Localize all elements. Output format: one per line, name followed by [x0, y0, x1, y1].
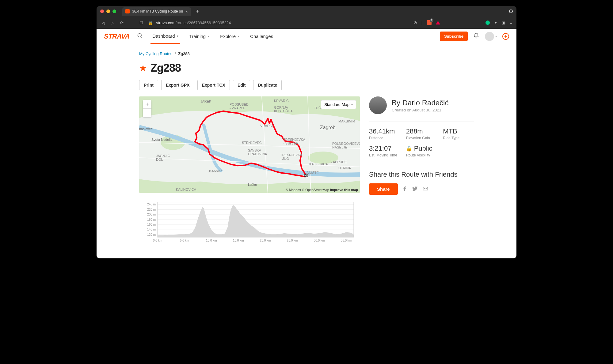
svg-text:naslovec: naslovec: [139, 127, 153, 131]
svg-text:UTRINA: UTRINA: [338, 166, 351, 170]
nav-dashboard[interactable]: Dashboard▾: [150, 29, 180, 44]
svg-rect-12: [306, 175, 306, 176]
breadcrumb: My Cycling Routes / Zg288: [139, 51, 474, 56]
svg-text:KALINOVICA: KALINOVICA: [176, 188, 196, 191]
chevron-down-icon: ▾: [238, 35, 239, 38]
close-tab-icon[interactable]: ×: [185, 9, 188, 14]
edit-button[interactable]: Edit: [233, 80, 250, 90]
account-icon[interactable]: [509, 9, 513, 13]
strava-logo[interactable]: STRAVA: [104, 32, 130, 40]
minimize-window-icon[interactable]: [106, 9, 110, 13]
email-icon[interactable]: [422, 186, 428, 193]
stat-moving-time: 3:21:07 Est. Moving Time: [369, 144, 400, 157]
svg-text:20.0 km: 20.0 km: [260, 239, 271, 242]
url-path: /routes/2867394556159395224: [176, 21, 231, 25]
chevron-down-icon: ▾: [208, 35, 209, 38]
svg-rect-14: [306, 176, 307, 177]
map-attribution: © Mapbox © OpenStreetMap Improve this ma…: [286, 188, 358, 192]
star-icon[interactable]: ★: [139, 63, 147, 73]
window-titlebar: 36.4 km MTB Cycling Route on × +: [97, 6, 516, 17]
svg-text:180 m: 180 m: [147, 218, 156, 221]
creator-name: By Dario Radečić: [392, 99, 448, 107]
svg-text:200 m: 200 m: [147, 213, 156, 216]
svg-text:VRAPCE: VRAPCE: [260, 124, 274, 128]
app-icon[interactable]: ▣: [502, 21, 505, 25]
add-button[interactable]: +: [502, 33, 509, 40]
map-type-selector[interactable]: Standard Map ▾: [321, 100, 356, 109]
url-bar: ◁ ▷ ⟳ ☐ 🔒 strava.com/routes/286739455615…: [97, 17, 516, 29]
search-icon[interactable]: [137, 33, 143, 40]
extensions-icon[interactable]: ✦: [494, 21, 497, 25]
svg-text:0.0 km: 0.0 km: [153, 239, 162, 242]
svg-text:10.0 km: 10.0 km: [206, 239, 217, 242]
svg-text:140 m: 140 m: [147, 228, 156, 231]
action-bar: Print Export GPX Export TCX Edit Duplica…: [139, 80, 474, 90]
mapbox-link[interactable]: © Mapbox: [286, 188, 301, 192]
share-row: Share: [369, 183, 474, 195]
svg-line-1: [141, 36, 142, 38]
menu-icon[interactable]: ≡: [510, 21, 512, 25]
svg-text:Ježdovec: Ježdovec: [208, 169, 223, 173]
svg-text:Lučko: Lučko: [248, 183, 257, 186]
reader-icon[interactable]: ⊘: [413, 20, 417, 25]
chevron-down-icon: ▾: [495, 35, 497, 38]
top-nav: STRAVA Dashboard▾ Training▾ Explore▾ Cha…: [97, 29, 516, 44]
nav-challenges[interactable]: Challenges: [248, 29, 275, 44]
svg-point-0: [138, 33, 142, 37]
breadcrumb-parent[interactable]: My Cycling Routes: [139, 51, 172, 56]
creator-avatar[interactable]: [369, 96, 387, 114]
created-date: Created on August 30, 2021: [392, 108, 448, 112]
svg-text:35.0 km: 35.0 km: [341, 239, 352, 242]
svg-text:30.0 km: 30.0 km: [314, 239, 325, 242]
facebook-icon[interactable]: [402, 186, 408, 193]
nav-explore[interactable]: Explore▾: [218, 29, 241, 44]
print-button[interactable]: Print: [139, 80, 158, 90]
svg-text:LANIŠTE: LANIŠTE: [305, 171, 319, 174]
zoom-out-button[interactable]: −: [143, 109, 151, 117]
forward-button: ▷: [110, 21, 115, 25]
lock-icon: 🔒: [148, 21, 153, 25]
shield-icon[interactable]: [427, 20, 432, 25]
osm-link[interactable]: © OpenStreetMap: [302, 188, 329, 192]
maximize-window-icon[interactable]: [112, 9, 116, 13]
back-button[interactable]: ◁: [101, 21, 106, 25]
bookmark-icon[interactable]: ☐: [139, 21, 144, 25]
stats-grid: 36.41km Distance 288m Elevation Gain MTB…: [369, 122, 474, 163]
reload-button[interactable]: ⟳: [119, 21, 124, 25]
svg-text:JAREK: JAREK: [200, 99, 211, 103]
export-gpx-button[interactable]: Export GPX: [161, 80, 194, 90]
share-title: Share this Route with Friends: [369, 171, 474, 178]
close-window-icon[interactable]: [100, 9, 104, 13]
svg-text:ZAPRUĐE: ZAPRUĐE: [331, 160, 347, 164]
svg-text:Zagreb: Zagreb: [320, 125, 336, 130]
share-button[interactable]: Share: [369, 183, 398, 195]
stat-ride-type: MTB Ride Type: [443, 127, 474, 140]
export-tcx-button[interactable]: Export TCX: [197, 80, 230, 90]
svg-text:KAJZERICA: KAJZERICA: [309, 162, 328, 166]
warning-icon[interactable]: [436, 21, 440, 24]
address-field[interactable]: 🔒 strava.com/routes/2867394556159395224: [148, 21, 231, 25]
twitter-icon[interactable]: [412, 186, 418, 193]
svg-text:KRVARIĆ: KRVARIĆ: [274, 99, 289, 103]
extension-icon[interactable]: [485, 21, 490, 25]
svg-text:240 m: 240 m: [147, 203, 156, 206]
strava-favicon-icon: [125, 9, 130, 13]
nav-training[interactable]: Training▾: [188, 29, 211, 44]
svg-text:15.0 km: 15.0 km: [233, 239, 244, 242]
svg-text:25.0 km: 25.0 km: [287, 239, 298, 242]
svg-text:MAKSIMIR: MAKSIMIR: [338, 119, 355, 123]
new-tab-button[interactable]: +: [196, 8, 199, 15]
chevron-down-icon: ▾: [351, 103, 353, 106]
chevron-down-icon: ▾: [177, 34, 178, 38]
breadcrumb-current: Zg288: [178, 51, 190, 56]
subscribe-button[interactable]: Subscribe: [440, 32, 468, 41]
user-menu[interactable]: ▾: [485, 32, 497, 41]
zoom-in-button[interactable]: +: [143, 100, 151, 109]
duplicate-button[interactable]: Duplicate: [253, 80, 282, 90]
svg-text:Sveta Nedelja: Sveta Nedelja: [151, 138, 173, 141]
browser-tab[interactable]: 36.4 km MTB Cycling Route on ×: [122, 7, 191, 16]
improve-map-link[interactable]: Improve this map: [330, 188, 358, 192]
route-map[interactable]: Zagreb Sveta Nedelja Ježdovec Lučko KALI…: [139, 96, 360, 193]
stat-distance: 36.41km Distance: [369, 127, 400, 140]
notifications-icon[interactable]: [473, 33, 479, 40]
